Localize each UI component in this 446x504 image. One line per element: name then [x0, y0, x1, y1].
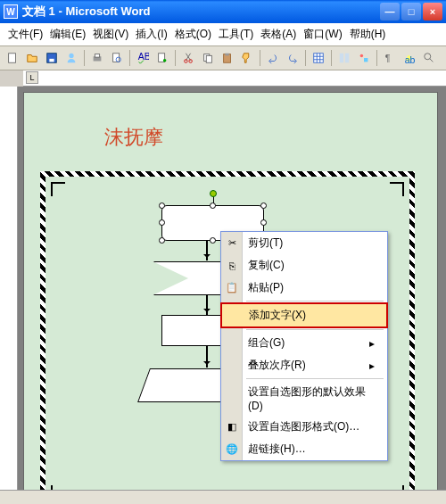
- menu-insert[interactable]: 插入(I): [133, 26, 169, 43]
- svg-point-24: [425, 54, 431, 60]
- ruler-horizontal[interactable]: L: [23, 70, 446, 87]
- menubar: 文件(F) 编辑(E) 视图(V) 插入(I) 格式(O) 工具(T) 表格(A…: [0, 23, 446, 46]
- svg-point-10: [163, 59, 167, 62]
- svg-rect-14: [206, 55, 211, 62]
- connector-arrow[interactable]: [206, 241, 208, 260]
- titlebar: W 文档 1 - Microsoft Word — □ ×: [0, 0, 446, 23]
- resize-handle[interactable]: [159, 202, 165, 209]
- resize-handle[interactable]: [260, 219, 267, 226]
- ctx-cut[interactable]: ✂剪切(T): [221, 232, 387, 254]
- ctx-format[interactable]: ◧设置自选图形格式(O)…: [221, 416, 387, 438]
- svg-rect-2: [49, 59, 54, 62]
- svg-text:ABC: ABC: [138, 52, 149, 62]
- document-area: 沫抚摩: [18, 87, 446, 490]
- redo-button[interactable]: [284, 49, 301, 67]
- page[interactable]: 沫抚摩: [23, 92, 438, 490]
- watermark-text: 沫抚摩: [104, 124, 163, 151]
- menu-edit[interactable]: 编辑(E): [47, 26, 88, 43]
- resize-handle[interactable]: [159, 219, 165, 226]
- tab-selector[interactable]: L: [26, 71, 38, 84]
- menu-tools[interactable]: 工具(T): [216, 26, 256, 43]
- menu-view[interactable]: 视图(V): [90, 26, 131, 43]
- save-button[interactable]: [43, 49, 61, 67]
- resize-handle[interactable]: [210, 202, 216, 209]
- svg-rect-17: [314, 54, 324, 63]
- hyperlink-icon: 🌐: [225, 442, 239, 457]
- close-button[interactable]: ×: [423, 3, 442, 21]
- cut-icon: ✂: [225, 236, 239, 251]
- print-button[interactable]: [88, 49, 106, 67]
- svg-rect-5: [95, 54, 99, 58]
- svg-text:ab: ab: [405, 54, 416, 64]
- columns-button[interactable]: [335, 49, 353, 67]
- crop-mark-icon: [51, 485, 65, 490]
- svg-rect-19: [345, 54, 349, 63]
- svg-text:¶: ¶: [385, 53, 391, 63]
- toolbar: ABC ¶ ab: [0, 46, 446, 70]
- ctx-group[interactable]: 组合(G)▸: [221, 332, 387, 354]
- svg-rect-0: [9, 54, 16, 63]
- submenu-arrow-icon: ▸: [369, 359, 375, 372]
- menu-format[interactable]: 格式(O): [172, 26, 214, 43]
- menu-table[interactable]: 表格(A): [258, 26, 299, 43]
- crop-mark-icon: [390, 485, 404, 490]
- highlight-button[interactable]: ab: [401, 49, 418, 67]
- rotate-handle[interactable]: [210, 190, 217, 197]
- word-icon: W: [4, 4, 18, 19]
- open-button[interactable]: [23, 49, 41, 67]
- menu-file[interactable]: 文件(F): [5, 26, 45, 43]
- resize-handle[interactable]: [159, 237, 165, 244]
- maximize-button[interactable]: □: [401, 3, 421, 21]
- ctx-copy[interactable]: ⎘复制(C): [221, 254, 387, 277]
- crop-mark-icon: [51, 182, 65, 196]
- connector-arrow[interactable]: [206, 346, 208, 368]
- format-painter-button[interactable]: [238, 49, 256, 67]
- new-button[interactable]: [4, 49, 21, 67]
- svg-rect-18: [340, 54, 343, 63]
- copy-icon: ⎘: [225, 259, 239, 273]
- copy-button[interactable]: [199, 49, 217, 67]
- menu-window[interactable]: 窗口(W): [301, 26, 344, 43]
- spell-button[interactable]: ABC: [134, 49, 152, 67]
- svg-rect-16: [225, 54, 228, 56]
- zoom-button[interactable]: [420, 49, 438, 67]
- svg-point-3: [69, 54, 73, 58]
- undo-button[interactable]: [264, 49, 282, 67]
- window-title: 文档 1 - Microsoft Word: [22, 4, 380, 20]
- show-marks-button[interactable]: ¶: [381, 49, 399, 67]
- paste-button[interactable]: [219, 49, 236, 67]
- insert-table-button[interactable]: [310, 49, 327, 67]
- ctx-defaults[interactable]: 设置自选图形的默认效果(D): [221, 381, 387, 416]
- resize-handle[interactable]: [260, 202, 267, 209]
- drawing-button[interactable]: [355, 49, 373, 67]
- paste-icon: 📋: [225, 281, 239, 295]
- ruler-vertical[interactable]: [0, 87, 18, 490]
- context-menu: ✂剪切(T) ⎘复制(C) 📋粘贴(P) 添加文字(X) 组合(G)▸ 叠放次序…: [220, 231, 388, 461]
- ctx-order[interactable]: 叠放次序(R)▸: [221, 354, 387, 376]
- crop-mark-icon: [390, 182, 404, 196]
- ctx-hyperlink[interactable]: 🌐超链接(H)…: [221, 438, 387, 460]
- ctx-paste[interactable]: 📋粘贴(P): [221, 277, 387, 299]
- connector-arrow[interactable]: [206, 295, 208, 315]
- resize-handle[interactable]: [210, 237, 216, 244]
- menu-help[interactable]: 帮助(H): [347, 26, 389, 43]
- minimize-button[interactable]: —: [380, 3, 400, 21]
- permission-button[interactable]: [62, 49, 80, 67]
- ctx-add-text[interactable]: 添加文字(X): [220, 302, 388, 328]
- preview-button[interactable]: [108, 49, 126, 67]
- submenu-arrow-icon: ▸: [369, 337, 375, 350]
- format-icon: ◧: [225, 420, 239, 434]
- cut-button[interactable]: [179, 49, 197, 67]
- statusbar: [0, 490, 446, 504]
- research-button[interactable]: [153, 49, 171, 67]
- shape-chevron[interactable]: [153, 261, 224, 295]
- svg-point-20: [360, 54, 364, 58]
- svg-rect-21: [364, 58, 368, 62]
